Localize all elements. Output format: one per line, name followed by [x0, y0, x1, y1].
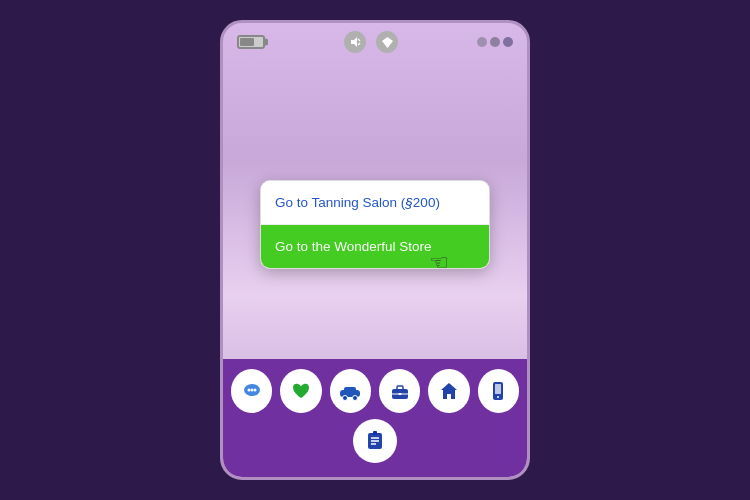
- menu-item-tanning-salon[interactable]: Go to Tanning Salon (§200): [261, 181, 489, 225]
- svg-line-2: [358, 43, 360, 45]
- svg-point-5: [247, 389, 250, 392]
- travel-button[interactable]: [330, 369, 371, 413]
- simoleon-dots: [477, 37, 513, 47]
- svg-rect-19: [495, 384, 501, 394]
- svg-rect-25: [373, 431, 377, 435]
- battery-icon: [237, 35, 265, 49]
- social-button[interactable]: [280, 369, 321, 413]
- svg-line-1: [358, 39, 360, 41]
- svg-marker-0: [351, 37, 357, 47]
- svg-point-12: [353, 396, 358, 401]
- menu-item-wonderful-store[interactable]: Go to the Wonderful Store ☞: [261, 225, 489, 268]
- work-button[interactable]: [379, 369, 420, 413]
- status-center: [344, 31, 398, 53]
- cursor-icon: ☞: [429, 250, 449, 269]
- phone-content: Go to Tanning Salon (§200) Go to the Won…: [223, 57, 527, 359]
- diamond-icon: [376, 31, 398, 53]
- simoleon-dot-2: [490, 37, 500, 47]
- simoleon-dot-3: [503, 37, 513, 47]
- svg-marker-3: [382, 37, 393, 48]
- chat-button[interactable]: [231, 369, 272, 413]
- bottom-nav-bar: [223, 359, 527, 477]
- nav-row-1: [231, 369, 519, 413]
- svg-rect-14: [397, 386, 403, 390]
- status-bar: [223, 23, 527, 57]
- tanning-salon-label: Go to Tanning Salon (§200): [275, 195, 440, 210]
- svg-rect-16: [398, 393, 401, 395]
- simoleon-dot-1: [477, 37, 487, 47]
- home-button[interactable]: [428, 369, 469, 413]
- notes-button[interactable]: [353, 419, 397, 463]
- svg-marker-17: [441, 383, 457, 399]
- nav-row-2: [231, 419, 519, 463]
- svg-point-20: [497, 396, 499, 398]
- device-button[interactable]: [478, 369, 519, 413]
- dropdown-menu: Go to Tanning Salon (§200) Go to the Won…: [260, 180, 490, 269]
- svg-point-11: [343, 396, 348, 401]
- svg-point-7: [253, 389, 256, 392]
- svg-point-6: [250, 389, 253, 392]
- wonderful-store-label: Go to the Wonderful Store: [275, 239, 432, 254]
- speaker-icon: [344, 31, 366, 53]
- phone-frame: Go to Tanning Salon (§200) Go to the Won…: [220, 20, 530, 480]
- svg-rect-10: [344, 387, 356, 392]
